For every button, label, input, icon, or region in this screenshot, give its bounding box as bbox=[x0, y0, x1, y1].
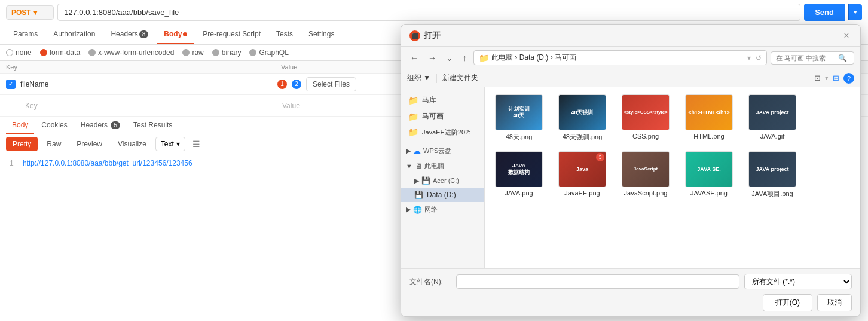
dropdown-button[interactable]: ⌄ bbox=[443, 52, 456, 64]
sidebar-item-wps[interactable]: ▶ ☁ WPS云盘 bbox=[401, 143, 484, 158]
dialog-titlebar: ⬛ 打开 × bbox=[401, 25, 860, 47]
raw-radio[interactable] bbox=[182, 49, 190, 56]
file-item-css[interactable]: <style>CSS</style> CSS.png bbox=[619, 94, 673, 142]
folder-icon: 📁 bbox=[479, 53, 489, 63]
up-button[interactable]: ↑ bbox=[460, 52, 470, 64]
breadcrumb-dropdown-icon[interactable]: ▾ bbox=[747, 54, 751, 62]
file-item-java-gif[interactable]: JAVA project JAVA.gif bbox=[745, 94, 799, 142]
file-item-java[interactable]: JAVA数据结构 JAVA.png bbox=[492, 151, 546, 198]
pc-icon: 🖥 bbox=[415, 162, 422, 170]
forward-button[interactable]: → bbox=[425, 52, 439, 64]
urlencoded-option[interactable]: x-www-form-urlencoded bbox=[88, 48, 174, 57]
dialog-actions: 打开(O) 取消 bbox=[409, 294, 852, 311]
resp-tab-pretty[interactable]: Pretty bbox=[6, 137, 38, 151]
cancel-button[interactable]: 取消 bbox=[817, 294, 852, 311]
method-select[interactable]: POST ▾ bbox=[6, 5, 54, 20]
back-button[interactable]: ← bbox=[407, 52, 421, 64]
text-format-dropdown[interactable]: Text ▾ bbox=[155, 137, 185, 151]
filename-input[interactable] bbox=[456, 274, 739, 289]
file-item-javaproj[interactable]: JAVA project JAVA项目.png bbox=[745, 151, 799, 198]
tab-settings[interactable]: Settings bbox=[301, 25, 341, 44]
dialog-content: 计划实训48天 48天.png 48天强训 48天强训.png <style>C… bbox=[485, 87, 860, 268]
send-button[interactable]: Send bbox=[804, 4, 845, 21]
tab-headers-response[interactable]: Headers 5 bbox=[75, 117, 126, 134]
dialog-close-button[interactable]: × bbox=[841, 30, 852, 41]
form-data-option[interactable]: form-data bbox=[40, 48, 80, 57]
network-icon: 🌐 bbox=[413, 206, 422, 214]
none-option[interactable]: none bbox=[6, 48, 32, 57]
filter-icon[interactable]: ☰ bbox=[192, 139, 200, 149]
view-grid-button[interactable]: ⊞ bbox=[830, 72, 842, 84]
view-list-button[interactable]: ⊡ bbox=[811, 72, 824, 84]
headers-resp-badge: 5 bbox=[111, 121, 120, 129]
folder-icon: 📁 bbox=[408, 96, 418, 105]
file-dialog: ⬛ 打开 × ← → ⌄ ↑ 📁 此电脑 › Data (D:) › 马可画 ▾… bbox=[401, 24, 861, 317]
refresh-icon[interactable]: ↺ bbox=[756, 54, 762, 62]
sidebar-item-maku[interactable]: 📁 马库 bbox=[401, 92, 484, 108]
file-item-html[interactable]: <h1>HTML</h1> HTML.png bbox=[682, 94, 736, 142]
tab-params[interactable]: Params bbox=[6, 25, 45, 44]
select-files-button[interactable]: Select Files bbox=[306, 77, 356, 91]
sidebar-item-makehui[interactable]: 📁 马可画 bbox=[401, 108, 484, 124]
view-dropdown-icon[interactable]: ▾ bbox=[825, 74, 829, 82]
send-arrow-button[interactable]: ▾ bbox=[848, 4, 862, 20]
search-input[interactable] bbox=[776, 54, 836, 62]
file-item-48tianqxun[interactable]: 48天强训 48天强训.png bbox=[555, 94, 609, 142]
row-badge-1: 1 bbox=[277, 80, 287, 89]
resp-tab-raw[interactable]: Raw bbox=[40, 137, 68, 151]
file-item-js[interactable]: JavaScript JavaScript.png bbox=[619, 151, 673, 198]
row-badge-2: 2 bbox=[292, 80, 301, 89]
new-folder-button[interactable]: 新建文件夹 bbox=[442, 73, 478, 83]
file-thumb: <style>CSS</style> bbox=[622, 94, 670, 130]
headers-badge: 8 bbox=[139, 30, 149, 38]
expand-icon: ▶ bbox=[414, 177, 419, 185]
drive-icon: 💾 bbox=[421, 176, 430, 185]
tab-headers[interactable]: Headers8 bbox=[103, 25, 155, 44]
file-thumb: Java 3 bbox=[558, 151, 606, 187]
file-thumb: JAVA project bbox=[748, 94, 796, 130]
open-button[interactable]: 打开(O) bbox=[763, 294, 812, 311]
file-item-48tian[interactable]: 计划实训48天 48天.png bbox=[492, 94, 546, 142]
tab-pre-request[interactable]: Pre-request Script bbox=[195, 25, 268, 44]
none-radio[interactable] bbox=[6, 49, 13, 56]
sidebar-item-pc[interactable]: ▼ 🖥 此电脑 bbox=[401, 158, 484, 173]
tab-test-results[interactable]: Test Results bbox=[127, 117, 178, 134]
tab-authorization[interactable]: Authorization bbox=[46, 25, 102, 44]
tab-body[interactable]: Body bbox=[157, 25, 194, 44]
sidebar-item-network[interactable]: ▶ 🌐 网络 bbox=[401, 202, 484, 217]
file-item-javaee[interactable]: Java 3 JavaEE.png bbox=[555, 151, 609, 198]
file-item-javase[interactable]: JAVA SE. JAVASE.png bbox=[682, 151, 736, 198]
tab-cookies[interactable]: Cookies bbox=[35, 117, 73, 134]
javaee-badge: 3 bbox=[596, 153, 604, 161]
drive-icon: 💾 bbox=[414, 191, 423, 199]
resp-tab-visualize[interactable]: Visualize bbox=[111, 137, 153, 151]
form-data-radio[interactable] bbox=[40, 49, 47, 56]
file-thumb: 计划实训48天 bbox=[495, 94, 543, 130]
graphql-option[interactable]: GraphQL bbox=[249, 48, 288, 57]
dialog-title: ⬛ 打开 bbox=[409, 30, 441, 41]
dialog-bottom: 文件名(N): 所有文件 (*.*) 打开(O) 取消 bbox=[401, 268, 860, 316]
body-dot bbox=[183, 32, 187, 36]
help-button[interactable]: ? bbox=[843, 73, 854, 84]
urlencoded-radio[interactable] bbox=[88, 49, 96, 56]
binary-radio[interactable] bbox=[212, 49, 219, 56]
view-icons: ⊡ ▾ ⊞ ? bbox=[811, 72, 854, 84]
dialog-sidebar: 📁 马库 📁 马可画 📁 JavaEE进阶202: ▶ ☁ WPS云盘 bbox=[401, 87, 485, 268]
sidebar-item-javaee[interactable]: 📁 JavaEE进阶202: bbox=[401, 124, 484, 140]
raw-option[interactable]: raw bbox=[182, 48, 203, 57]
binary-option[interactable]: binary bbox=[212, 48, 242, 57]
tab-body-response[interactable]: Body bbox=[6, 117, 34, 134]
tab-tests[interactable]: Tests bbox=[269, 25, 300, 44]
sidebar-item-acer[interactable]: ▶ 💾 Acer (C:) bbox=[401, 173, 484, 188]
organize-button[interactable]: 组织 ▼ bbox=[407, 73, 430, 83]
sidebar-item-datad[interactable]: 💾 Data (D:) bbox=[401, 188, 484, 202]
dialog-action-toolbar: 组织 ▼ | 新建文件夹 ⊡ ▾ ⊞ ? bbox=[401, 69, 860, 87]
row-checkbox[interactable]: ✓ bbox=[6, 80, 16, 89]
resp-tab-preview[interactable]: Preview bbox=[70, 137, 109, 151]
filetype-select[interactable]: 所有文件 (*.*) bbox=[744, 274, 852, 289]
file-grid-row-2: JAVA数据结构 JAVA.png Java 3 JavaEE.png Ja bbox=[492, 151, 853, 198]
graphql-radio[interactable] bbox=[249, 49, 256, 56]
dialog-icon: ⬛ bbox=[409, 30, 420, 41]
response-link[interactable]: http://127.0.0.1:8080/aaa/bbb/get_url/12… bbox=[23, 159, 192, 167]
url-input[interactable] bbox=[57, 4, 800, 21]
